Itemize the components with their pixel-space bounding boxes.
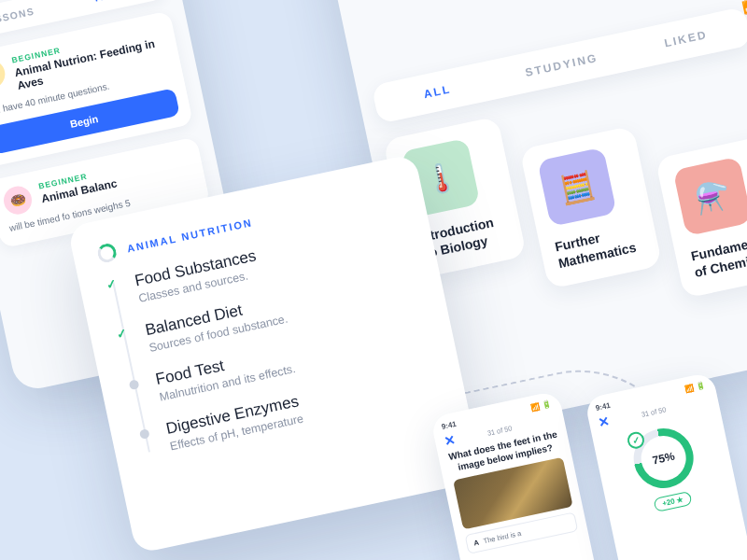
flower-icon: 🌺: [0, 58, 7, 91]
curriculum-label: ANIMAL NUTRITION: [126, 217, 254, 254]
tab-liked[interactable]: LIKED: [620, 7, 747, 71]
tab-studying[interactable]: STUDYING: [496, 33, 628, 97]
curriculum-card: ANIMAL NUTRITION Food Substances Classes…: [67, 153, 484, 553]
points-pill: +20 ★: [653, 491, 693, 512]
tab-all[interactable]: ALL: [372, 59, 504, 123]
clock: 9:41: [595, 401, 612, 413]
calculator-icon: 🧮: [537, 147, 616, 227]
score-percent: 75%: [637, 432, 690, 485]
status-icons: 📶 🔋: [684, 381, 707, 393]
subject-title: Further Mathematics: [554, 222, 645, 272]
subject-title: Fundamentals of Chemisty: [689, 231, 747, 281]
subject-card-chemistry[interactable]: ⚗️ Fundamentals of Chemisty: [655, 134, 747, 299]
clock: 9:41: [441, 420, 458, 431]
result-screen: 9:41📶 🔋 ✕ 31 of 50 75% ✓ +20 ★: [585, 371, 747, 560]
subject-card-maths[interactable]: 🧮 Further Mathematics: [519, 125, 663, 289]
status-icons: 📶 🔋: [530, 399, 553, 412]
donut-icon: 🍩: [1, 184, 35, 217]
progress-ring-icon: [96, 242, 119, 264]
flask-icon: ⚗️: [673, 157, 747, 236]
